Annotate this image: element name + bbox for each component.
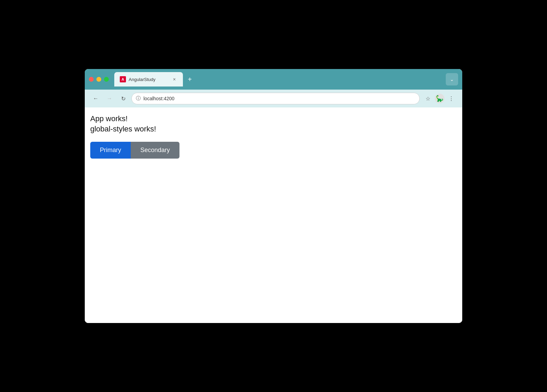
- active-tab[interactable]: A AngularStudy ×: [114, 72, 183, 87]
- nav-actions: ☆ 🦕 ⋮: [422, 93, 457, 104]
- bookmark-button[interactable]: ☆: [422, 93, 433, 104]
- tab-bar: A AngularStudy × + ⌄: [114, 72, 458, 87]
- minimize-button[interactable]: [96, 77, 101, 82]
- back-button[interactable]: ←: [90, 93, 101, 104]
- traffic-lights: [89, 77, 109, 82]
- title-bar: A AngularStudy × + ⌄: [85, 69, 462, 90]
- reload-button[interactable]: ↻: [118, 93, 129, 104]
- browser-window: A AngularStudy × + ⌄ ← → ↻: [85, 69, 462, 323]
- address-text: localhost:4200: [143, 96, 415, 101]
- forward-button[interactable]: →: [104, 93, 115, 104]
- page-content: App works! global-styles works! Primary …: [85, 107, 462, 323]
- address-info-icon: ⓘ: [136, 95, 141, 102]
- tab-close-button[interactable]: ×: [171, 76, 177, 82]
- close-button[interactable]: [89, 77, 94, 82]
- maximize-button[interactable]: [104, 77, 109, 82]
- global-styles-text: global-styles works!: [90, 125, 457, 134]
- tab-title: AngularStudy: [129, 77, 168, 82]
- button-group: Primary Secondary: [90, 142, 457, 159]
- tab-favicon: A: [120, 76, 126, 82]
- primary-button[interactable]: Primary: [90, 142, 131, 159]
- profile-icon[interactable]: 🦕: [435, 94, 444, 103]
- new-tab-button[interactable]: +: [184, 74, 195, 85]
- address-bar[interactable]: ⓘ localhost:4200: [131, 93, 420, 104]
- secondary-button[interactable]: Secondary: [131, 142, 179, 159]
- nav-bar: ← → ↻ ⓘ localhost:4200 ☆ 🦕 ⋮: [85, 90, 462, 107]
- app-works-text: App works!: [90, 114, 457, 123]
- menu-button[interactable]: ⋮: [446, 93, 457, 104]
- tab-expand-button[interactable]: ⌄: [446, 73, 458, 85]
